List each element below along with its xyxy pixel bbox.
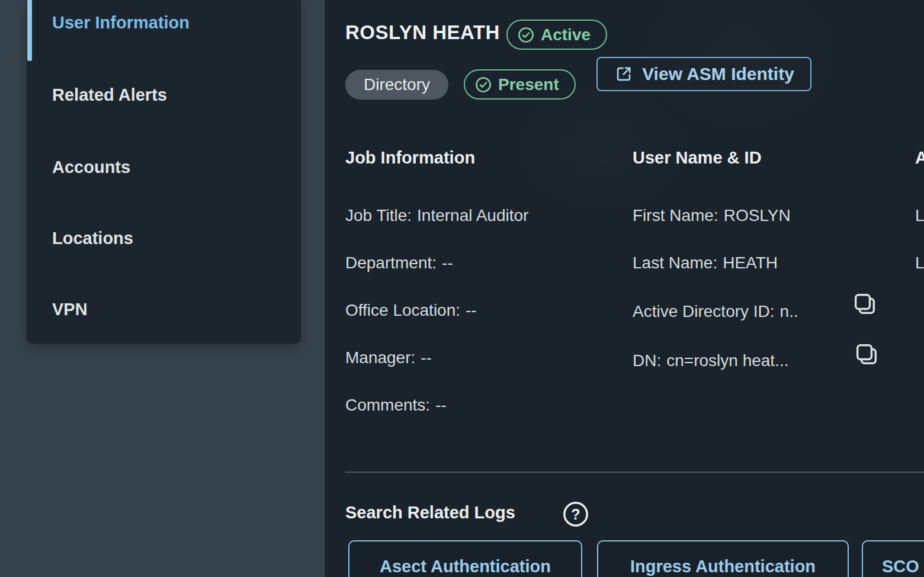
cutoff-row: L <box>915 254 924 273</box>
sidebar-item-user-information[interactable]: User Information <box>52 13 190 33</box>
user-name-id-section: User Name & ID First Name:ROSLYN Last Na… <box>633 148 924 427</box>
view-asm-identity-button[interactable]: View ASM Identity <box>596 57 811 91</box>
view-asm-identity-label: View ASM Identity <box>642 64 794 84</box>
help-icon[interactable]: ? <box>562 500 590 528</box>
search-related-logs-heading: Search Related Logs <box>345 503 515 522</box>
department-row: Department:-- <box>345 254 453 273</box>
source-pill-directory: Directory <box>345 70 448 100</box>
job-information-heading: Job Information <box>345 148 475 168</box>
check-circle-icon <box>517 26 535 44</box>
screen: User Information Related Alerts Accounts… <box>0 0 924 577</box>
ingress-authentication-button[interactable]: Ingress Authentication <box>597 540 849 577</box>
detail-nav-card: User Information Related Alerts Accounts… <box>27 0 301 344</box>
status-badge-label: Active <box>541 25 591 44</box>
sco-log-button[interactable]: SCO <box>862 540 924 577</box>
user-detail-panel: ROSLYN HEATH Active Directory Present <box>325 0 924 577</box>
dn-row: DN:cn=roslyn heat... <box>633 351 788 370</box>
source-pill-label: Directory <box>364 75 430 94</box>
sidebar-item-vpn[interactable]: VPN <box>52 300 88 319</box>
last-name-row: Last Name:HEATH <box>633 254 778 273</box>
presence-badge-present: Present <box>464 69 576 100</box>
copy-icon-dn[interactable] <box>853 341 880 368</box>
active-item-indicator <box>27 0 32 61</box>
status-badge-active: Active <box>506 20 607 50</box>
section-divider <box>345 472 924 473</box>
page-title: ROSLYN HEATH <box>345 21 500 44</box>
sidebar-item-locations[interactable]: Locations <box>52 229 133 248</box>
active-directory-id-row: Active Directory ID:n.. <box>633 302 798 321</box>
office-location-row: Office Location:-- <box>345 301 477 320</box>
comments-row: Comments:-- <box>345 396 447 415</box>
cutoff-row: L <box>915 206 924 225</box>
job-information-section: Job Information Job Title:Internal Audit… <box>345 148 624 427</box>
first-name-row: First Name:ROSLYN <box>633 206 791 225</box>
user-name-id-heading: User Name & ID <box>633 148 762 168</box>
job-title-row: Job Title:Internal Auditor <box>345 206 528 225</box>
cutoff-column-heading: A <box>915 148 924 168</box>
external-link-icon <box>614 64 634 84</box>
copy-icon-active-directory-id[interactable] <box>851 290 878 318</box>
sidebar-item-accounts[interactable]: Accounts <box>52 158 130 177</box>
manager-row: Manager:-- <box>345 348 432 367</box>
check-circle-icon <box>474 76 492 94</box>
asect-authentication-button[interactable]: Asect Authentication <box>348 540 582 577</box>
svg-text:?: ? <box>571 506 580 522</box>
sidebar-item-related-alerts[interactable]: Related Alerts <box>52 85 167 105</box>
cutoff-column-section: A L L <box>915 148 924 427</box>
presence-badge-label: Present <box>498 75 559 94</box>
